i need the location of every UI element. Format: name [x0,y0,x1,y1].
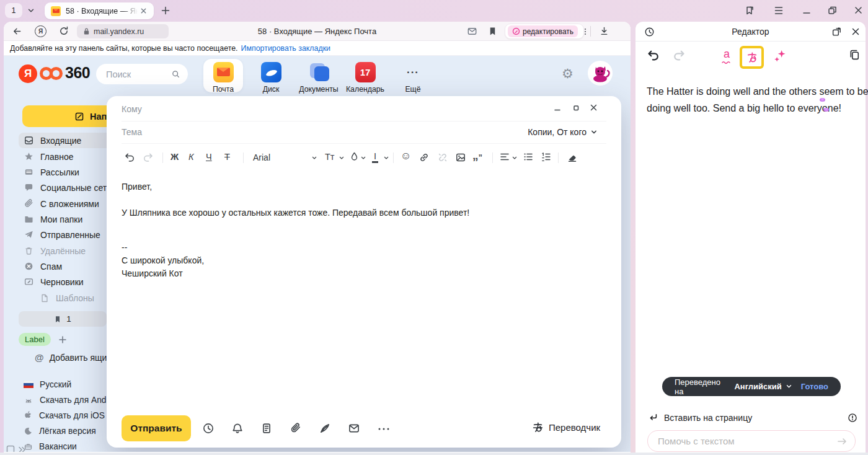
pencil-badge-icon [512,27,520,35]
align-chevron-icon[interactable] [512,155,518,161]
cc-from-toggle[interactable]: Копии, От кого [528,127,598,137]
image-icon[interactable] [455,152,466,163]
avatar[interactable] [588,61,613,86]
numbered-list-icon[interactable] [541,152,551,162]
translate-icon[interactable] [746,51,758,64]
submit-arrow-icon[interactable] [836,436,848,446]
pinned-filter[interactable]: 1 [19,311,107,327]
email-icon[interactable] [467,27,477,36]
copy-icon[interactable] [849,49,861,61]
translator-toggle[interactable]: Переводчик [532,422,600,433]
message-body[interactable]: Привет, У Шляпника все хорошо у остальны… [122,180,469,280]
text-color-chevron-icon[interactable] [360,155,366,161]
helper-text-input[interactable] [658,436,819,446]
body-line: Чеширский Кот [122,267,469,280]
mail-page: Я 360 Поиск Почта Диск До [4,56,631,452]
undo-icon[interactable] [647,49,660,62]
yandex360-logo-icon[interactable]: Я [19,64,37,83]
close-window-icon[interactable] [853,5,864,15]
font-size-select[interactable]: Тт [325,152,335,162]
subject-field[interactable]: Тема [122,127,142,137]
open-window-icon[interactable] [831,27,842,37]
link-icon[interactable] [418,152,430,163]
schedule-clock-icon[interactable] [202,422,215,435]
compose-maximize-icon[interactable] [570,102,582,113]
minimize-icon[interactable] [802,6,812,15]
highlight-chevron-icon[interactable] [383,155,389,161]
font-size-chevron-icon[interactable] [339,155,345,161]
emoji-icon[interactable]: ☺ [401,150,411,162]
compose-close-icon[interactable] [588,102,599,113]
quote-icon[interactable]: „„ [472,148,482,162]
insert-to-page-button[interactable]: Вставить на страницу [648,412,752,423]
close-tab-icon[interactable] [138,6,149,17]
import-bookmarks-link[interactable]: Импортировать закладки [241,44,330,53]
sidebar-collapse-icon[interactable] [6,445,26,452]
template-icon [40,293,50,303]
undo-icon[interactable] [124,152,135,163]
underline-button[interactable]: Ч [206,152,212,162]
app-calendar[interactable]: 17 Календарь [345,62,386,94]
redo-icon[interactable] [673,49,686,62]
bell-icon[interactable] [231,422,244,435]
new-tab-plus-icon[interactable] [160,5,171,16]
note-icon[interactable] [260,422,273,435]
edit-extension-button[interactable]: редактировать [508,25,578,37]
app-more[interactable]: ··· Ещё [392,62,433,94]
done-button[interactable]: Готово [801,382,828,391]
gear-icon[interactable]: ⚙ [562,66,574,81]
kebab-menu-icon[interactable] [582,27,589,36]
send-button[interactable]: Отправить [122,415,191,441]
paperclip-icon[interactable] [290,422,302,435]
label-pill[interactable]: Label [19,333,51,346]
download-icon[interactable] [599,25,609,37]
inbox-icon [24,135,34,146]
font-select[interactable]: Arial [253,152,270,162]
to-field[interactable]: Кому [122,104,142,114]
font-select-chevron-icon[interactable] [311,155,317,161]
add-mailbox-row[interactable]: @ Добавить ящик [35,352,110,363]
bookmark-icon[interactable] [488,26,497,37]
active-tab[interactable]: 58 · Входящие — Янде [45,2,154,19]
strikethrough-button[interactable]: Т [224,152,230,162]
bold-button[interactable]: Ж [170,152,179,162]
redo-icon[interactable] [143,152,154,163]
language-select[interactable]: Английский [734,382,792,391]
yandex-logo-icon[interactable]: Я [35,25,46,37]
tab-list-chevron-icon[interactable] [26,6,36,15]
yandex360-rings-icon [40,67,63,80]
translated-text[interactable]: The Hatter is doing well and the others … [647,83,868,117]
eraser-icon[interactable] [567,152,578,163]
bookmarks-panel-icon[interactable] [744,5,755,16]
spellcheck-icon[interactable]: a [720,48,733,64]
refresh-icon[interactable] [58,25,69,37]
compose-minimize-icon[interactable] [552,102,563,113]
moon-icon [24,426,33,436]
search-input[interactable]: Поиск [96,64,188,84]
menu-icon[interactable] [774,6,784,15]
trash-icon [24,245,34,256]
browser-window: 1 58 · Входящие — Янде Я [0,0,868,455]
address-bar[interactable]: mail.yandex.ru [77,24,169,38]
panel-close-icon[interactable] [851,27,861,37]
tab-counter[interactable]: 1 [5,3,22,18]
app-disk[interactable]: Диск [250,62,291,94]
back-icon[interactable] [12,26,22,37]
text-color-icon[interactable] [350,151,359,162]
bullet-list-icon[interactable] [523,152,533,162]
info-icon[interactable] [848,413,857,423]
app-mail[interactable]: Почта [203,62,244,94]
pen-icon[interactable] [319,422,331,435]
highlight-color-icon[interactable]: I [372,151,378,163]
add-label-plus-icon[interactable] [58,335,67,344]
panel-gap [631,22,636,453]
align-icon[interactable] [500,152,510,162]
unlink-icon[interactable] [437,152,448,163]
more-icon[interactable] [378,427,390,431]
envelope-icon[interactable] [348,423,360,434]
ai-sparkles-icon[interactable] [773,49,787,63]
body-line: У Шляпника все хорошо у остальных кажетс… [122,206,469,219]
italic-button[interactable]: К [188,152,194,162]
maximize-icon[interactable] [827,5,838,15]
app-docs[interactable]: Документы [298,62,339,94]
